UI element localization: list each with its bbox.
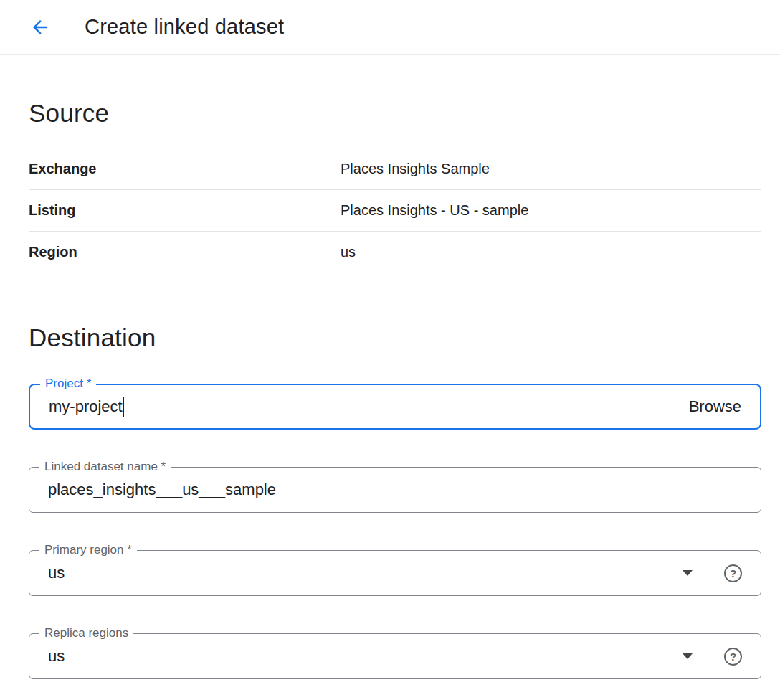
linked-dataset-name-label: Linked dataset name * [39,460,171,474]
project-field[interactable]: Project * my-project Browse [29,384,761,430]
source-table: Exchange Places Insights Sample Listing … [29,148,761,273]
source-heading: Source [29,99,761,128]
browse-button[interactable]: Browse [689,397,741,416]
table-row: Exchange Places Insights Sample [29,148,761,190]
row-label-exchange: Exchange [29,161,341,177]
replica-regions-label: Replica regions [39,626,133,640]
row-label-region: Region [29,244,341,260]
primary-region-value: us [48,564,65,582]
primary-region-controls: ? [682,564,742,582]
primary-region-select[interactable]: Primary region * us ? [29,550,761,596]
destination-heading: Destination [29,323,761,352]
help-icon[interactable]: ? [724,564,742,582]
table-row: Region us [29,232,761,273]
row-label-listing: Listing [29,202,341,219]
table-row: Listing Places Insights - US - sample [29,190,761,232]
main-content: Source Exchange Places Insights Sample L… [0,99,780,679]
page-title: Create linked dataset [85,15,284,39]
replica-regions-value: us [48,647,65,666]
arrow-back-icon [29,16,51,38]
linked-dataset-name-field[interactable]: Linked dataset name * places_insights___… [29,467,761,513]
linked-dataset-name-value[interactable]: places_insights___us___sample [48,481,276,499]
project-field-value[interactable]: my-project [49,397,123,416]
row-value-region: us [341,244,356,260]
text-cursor [123,397,125,417]
project-field-label: Project * [40,377,96,391]
back-button[interactable] [24,11,56,43]
chevron-down-icon[interactable] [682,653,693,659]
row-value-exchange: Places Insights Sample [341,161,490,177]
primary-region-label: Primary region * [39,543,137,557]
help-icon[interactable]: ? [724,648,742,666]
replica-regions-select[interactable]: Replica regions us ? [29,633,761,679]
chevron-down-icon[interactable] [682,570,693,576]
page-header: Create linked dataset [0,0,780,55]
row-value-listing: Places Insights - US - sample [341,202,528,219]
replica-regions-controls: ? [682,648,742,666]
